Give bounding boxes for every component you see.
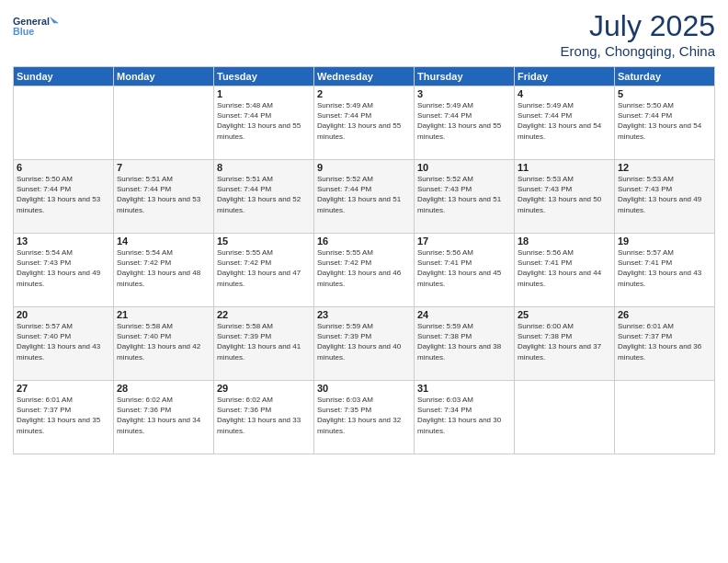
calendar-cell: 16Sunrise: 5:55 AMSunset: 7:42 PMDayligh… [314, 234, 415, 307]
cell-details: Sunrise: 5:51 AMSunset: 7:44 PMDaylight:… [217, 174, 311, 215]
day-number: 7 [117, 162, 210, 173]
day-number: 3 [417, 88, 511, 99]
day-number: 30 [317, 383, 411, 394]
cell-details: Sunrise: 5:56 AMSunset: 7:41 PMDaylight:… [417, 247, 511, 289]
day-number: 1 [217, 88, 311, 99]
calendar-cell: 21Sunrise: 5:58 AMSunset: 7:40 PMDayligh… [114, 307, 214, 381]
calendar-cell: 10Sunrise: 5:52 AMSunset: 7:43 PMDayligh… [415, 160, 515, 234]
cell-details: Sunrise: 6:02 AMSunset: 7:36 PMDaylight:… [217, 395, 311, 436]
day-number: 20 [17, 309, 110, 320]
day-number: 10 [417, 162, 511, 173]
calendar-cell: 25Sunrise: 6:00 AMSunset: 7:38 PMDayligh… [515, 307, 615, 381]
calendar-cell: 13Sunrise: 5:54 AMSunset: 7:43 PMDayligh… [14, 234, 114, 307]
calendar-cell: 9Sunrise: 5:52 AMSunset: 7:44 PMDaylight… [314, 160, 415, 234]
day-number: 28 [117, 383, 210, 394]
calendar-cell: 24Sunrise: 5:59 AMSunset: 7:38 PMDayligh… [415, 307, 515, 381]
calendar-cell: 3Sunrise: 5:49 AMSunset: 7:44 PMDaylight… [415, 86, 515, 160]
calendar-cell: 11Sunrise: 5:53 AMSunset: 7:43 PMDayligh… [515, 160, 615, 234]
cell-details: Sunrise: 5:59 AMSunset: 7:39 PMDaylight:… [317, 321, 411, 362]
day-number: 16 [317, 236, 411, 247]
cell-details: Sunrise: 6:01 AMSunset: 7:37 PMDaylight:… [17, 395, 110, 436]
cell-details: Sunrise: 5:49 AMSunset: 7:44 PMDaylight:… [317, 100, 411, 142]
cell-details: Sunrise: 5:57 AMSunset: 7:41 PMDaylight:… [618, 247, 711, 289]
day-number: 17 [417, 236, 511, 247]
cell-details: Sunrise: 5:50 AMSunset: 7:44 PMDaylight:… [618, 100, 711, 142]
day-number: 22 [217, 309, 311, 320]
calendar-cell: 1Sunrise: 5:48 AMSunset: 7:44 PMDaylight… [214, 86, 314, 160]
calendar-cell: 7Sunrise: 5:51 AMSunset: 7:44 PMDaylight… [114, 160, 214, 234]
cell-details: Sunrise: 6:03 AMSunset: 7:35 PMDaylight:… [317, 395, 411, 436]
page: General Blue July 2025 Erong, Chongqing,… [0, 0, 728, 563]
day-number: 18 [518, 236, 611, 247]
cell-details: Sunrise: 5:53 AMSunset: 7:43 PMDaylight:… [618, 174, 711, 215]
day-number: 14 [117, 236, 210, 247]
calendar-cell: 14Sunrise: 5:54 AMSunset: 7:42 PMDayligh… [114, 234, 214, 307]
subtitle: Erong, Chongqing, China [561, 43, 715, 59]
calendar-cell: 30Sunrise: 6:03 AMSunset: 7:35 PMDayligh… [314, 381, 415, 454]
cell-details: Sunrise: 5:53 AMSunset: 7:43 PMDaylight:… [518, 174, 611, 215]
header-friday: Friday [515, 67, 615, 86]
svg-marker-2 [50, 17, 59, 23]
svg-text:Blue: Blue [13, 26, 34, 37]
week-row-1: 1Sunrise: 5:48 AMSunset: 7:44 PMDaylight… [14, 86, 715, 160]
cell-details: Sunrise: 5:59 AMSunset: 7:38 PMDaylight:… [417, 321, 511, 362]
cell-details: Sunrise: 5:57 AMSunset: 7:40 PMDaylight:… [17, 321, 110, 362]
cell-details: Sunrise: 5:58 AMSunset: 7:39 PMDaylight:… [217, 321, 311, 362]
cell-details: Sunrise: 5:49 AMSunset: 7:44 PMDaylight:… [518, 100, 611, 142]
calendar-cell: 22Sunrise: 5:58 AMSunset: 7:39 PMDayligh… [214, 307, 314, 381]
day-number: 21 [117, 309, 210, 320]
cell-details: Sunrise: 6:00 AMSunset: 7:38 PMDaylight:… [518, 321, 611, 362]
weekday-header-row: Sunday Monday Tuesday Wednesday Thursday… [14, 67, 715, 86]
calendar-cell: 15Sunrise: 5:55 AMSunset: 7:42 PMDayligh… [214, 234, 314, 307]
day-number: 11 [518, 162, 611, 173]
cell-details: Sunrise: 5:48 AMSunset: 7:44 PMDaylight:… [217, 100, 311, 142]
title-block: July 2025 Erong, Chongqing, China [561, 9, 715, 59]
week-row-2: 6Sunrise: 5:50 AMSunset: 7:44 PMDaylight… [14, 160, 715, 234]
cell-details: Sunrise: 6:02 AMSunset: 7:36 PMDaylight:… [117, 395, 210, 436]
cell-details: Sunrise: 6:03 AMSunset: 7:34 PMDaylight:… [417, 395, 511, 436]
cell-details: Sunrise: 5:52 AMSunset: 7:44 PMDaylight:… [317, 174, 411, 215]
cell-details: Sunrise: 6:01 AMSunset: 7:37 PMDaylight:… [618, 321, 711, 362]
day-number: 9 [317, 162, 411, 173]
calendar-cell: 18Sunrise: 5:56 AMSunset: 7:41 PMDayligh… [515, 234, 615, 307]
header-wednesday: Wednesday [314, 67, 415, 86]
cell-details: Sunrise: 5:56 AMSunset: 7:41 PMDaylight:… [518, 247, 611, 289]
day-number: 2 [317, 88, 411, 99]
cell-details: Sunrise: 5:55 AMSunset: 7:42 PMDaylight:… [317, 247, 411, 289]
week-row-5: 27Sunrise: 6:01 AMSunset: 7:37 PMDayligh… [14, 381, 715, 454]
svg-text:General: General [13, 16, 50, 27]
day-number: 4 [518, 88, 611, 99]
day-number: 31 [417, 383, 511, 394]
calendar-cell [615, 381, 715, 454]
header: General Blue July 2025 Erong, Chongqing,… [13, 9, 715, 59]
calendar-cell: 6Sunrise: 5:50 AMSunset: 7:44 PMDaylight… [14, 160, 114, 234]
calendar-cell: 12Sunrise: 5:53 AMSunset: 7:43 PMDayligh… [615, 160, 715, 234]
day-number: 5 [618, 88, 711, 99]
day-number: 15 [217, 236, 311, 247]
main-title: July 2025 [561, 9, 715, 43]
day-number: 23 [317, 309, 411, 320]
cell-details: Sunrise: 5:54 AMSunset: 7:42 PMDaylight:… [117, 247, 210, 289]
day-number: 24 [417, 309, 511, 320]
day-number: 8 [217, 162, 311, 173]
calendar-cell: 2Sunrise: 5:49 AMSunset: 7:44 PMDaylight… [314, 86, 415, 160]
cell-details: Sunrise: 5:52 AMSunset: 7:43 PMDaylight:… [417, 174, 511, 215]
week-row-3: 13Sunrise: 5:54 AMSunset: 7:43 PMDayligh… [14, 234, 715, 307]
day-number: 6 [17, 162, 110, 173]
cell-details: Sunrise: 5:50 AMSunset: 7:44 PMDaylight:… [17, 174, 110, 215]
day-number: 27 [17, 383, 110, 394]
calendar-cell: 28Sunrise: 6:02 AMSunset: 7:36 PMDayligh… [114, 381, 214, 454]
calendar-cell: 26Sunrise: 6:01 AMSunset: 7:37 PMDayligh… [615, 307, 715, 381]
calendar: Sunday Monday Tuesday Wednesday Thursday… [13, 66, 715, 454]
header-tuesday: Tuesday [214, 67, 314, 86]
calendar-cell [515, 381, 615, 454]
day-number: 29 [217, 383, 311, 394]
cell-details: Sunrise: 5:54 AMSunset: 7:43 PMDaylight:… [17, 247, 110, 289]
calendar-cell: 23Sunrise: 5:59 AMSunset: 7:39 PMDayligh… [314, 307, 415, 381]
calendar-cell: 29Sunrise: 6:02 AMSunset: 7:36 PMDayligh… [214, 381, 314, 454]
week-row-4: 20Sunrise: 5:57 AMSunset: 7:40 PMDayligh… [14, 307, 715, 381]
calendar-cell: 5Sunrise: 5:50 AMSunset: 7:44 PMDaylight… [615, 86, 715, 160]
day-number: 25 [518, 309, 611, 320]
header-sunday: Sunday [14, 67, 114, 86]
calendar-cell: 31Sunrise: 6:03 AMSunset: 7:34 PMDayligh… [415, 381, 515, 454]
